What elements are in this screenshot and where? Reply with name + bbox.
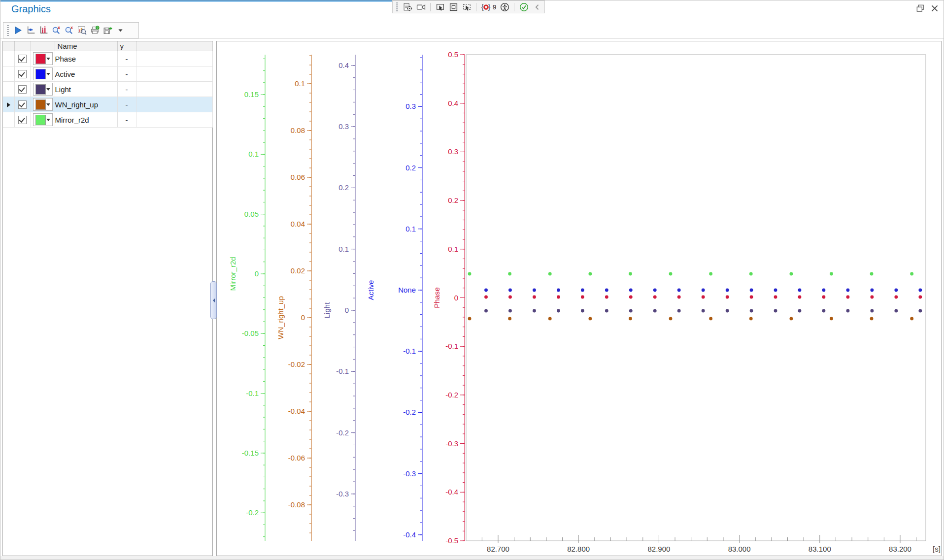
zoom-x-out-icon[interactable] bbox=[51, 26, 61, 35]
color-dropdown[interactable] bbox=[33, 98, 53, 111]
y-tick-label-phase: 0.4 bbox=[448, 99, 458, 107]
visibility-checkbox[interactable] bbox=[18, 70, 27, 78]
y-tick-label-phase: 0.5 bbox=[448, 50, 458, 59]
data-point-Light bbox=[581, 309, 584, 313]
cursor-marquee-icon[interactable] bbox=[462, 2, 472, 12]
y-tick-label-active: -0.1 bbox=[403, 347, 416, 355]
close-icon[interactable] bbox=[930, 3, 940, 13]
column-header[interactable] bbox=[14, 41, 31, 51]
data-point-WN_right_up bbox=[468, 317, 472, 321]
visibility-checkbox[interactable] bbox=[18, 55, 27, 63]
y-tick-label-wn: -0.08 bbox=[288, 500, 305, 509]
data-point-Phase bbox=[581, 296, 584, 299]
y-tick-label-active: -0.3 bbox=[403, 469, 416, 478]
visibility-checkbox[interactable] bbox=[18, 85, 27, 94]
accessibility-icon[interactable] bbox=[500, 2, 509, 12]
color-swatch bbox=[35, 99, 46, 110]
y-tick-label-mirror: -0.05 bbox=[242, 329, 259, 337]
chart-svg[interactable]: 82.70082.80082.90083.00083.10083.200[s]0… bbox=[217, 41, 941, 556]
table-row[interactable]: Phase- bbox=[3, 51, 212, 66]
signal-name: Mirror_r2d bbox=[55, 112, 117, 128]
visibility-checkbox[interactable] bbox=[18, 116, 27, 124]
y-axis-title-phase: Phase bbox=[433, 287, 441, 308]
y-tick-label-active: -0.2 bbox=[403, 408, 416, 416]
window-controls bbox=[915, 3, 940, 13]
pane-splitter[interactable] bbox=[210, 281, 217, 319]
chart-zoom-icon[interactable] bbox=[77, 26, 87, 35]
data-point-Light bbox=[557, 309, 560, 313]
box-select-icon[interactable] bbox=[448, 2, 458, 12]
signal-name: Phase bbox=[55, 51, 117, 66]
data-point-Active bbox=[822, 289, 826, 292]
column-header[interactable] bbox=[31, 41, 55, 51]
chevron-left-icon[interactable] bbox=[532, 2, 542, 12]
color-dropdown[interactable] bbox=[33, 67, 53, 80]
color-dropdown[interactable] bbox=[33, 52, 53, 65]
data-point-Phase bbox=[629, 296, 633, 299]
column-header[interactable] bbox=[3, 41, 14, 51]
visibility-checkbox[interactable] bbox=[18, 100, 27, 109]
y-tick-label-phase: -0.3 bbox=[445, 439, 458, 448]
data-point-Light bbox=[894, 309, 898, 313]
data-point-Light bbox=[533, 309, 536, 313]
y-tick-label-light: -0.1 bbox=[336, 367, 349, 375]
profiler-icon[interactable] bbox=[403, 2, 412, 12]
data-point-Mirror_r2d bbox=[468, 272, 472, 276]
y-tick-label-wn: 0.1 bbox=[295, 79, 305, 88]
restore-icon[interactable] bbox=[915, 3, 925, 13]
data-point-Active bbox=[677, 289, 681, 292]
filler-cell bbox=[136, 112, 212, 128]
filler-cell bbox=[136, 51, 212, 66]
camera-icon[interactable] bbox=[416, 2, 426, 12]
chevron-down-icon bbox=[46, 119, 50, 121]
accent-line bbox=[0, 0, 393, 1]
check-circle-icon[interactable] bbox=[519, 2, 529, 12]
axis-pan-icon[interactable] bbox=[26, 26, 35, 35]
data-point-Active bbox=[894, 289, 898, 292]
errors-badge-icon[interactable] bbox=[481, 2, 491, 12]
zoom-x-in-icon[interactable] bbox=[64, 26, 74, 35]
color-dropdown[interactable] bbox=[33, 113, 53, 126]
table-row[interactable]: Mirror_r2d- bbox=[3, 112, 212, 128]
y-tick-label-wn: -0.04 bbox=[288, 407, 305, 415]
table-row[interactable]: WN_right_up- bbox=[3, 97, 212, 112]
column-header[interactable] bbox=[136, 41, 212, 51]
y-tick-label-phase: 0.1 bbox=[448, 245, 458, 253]
y-tick-label-active: None bbox=[398, 286, 416, 294]
y-tick-label-phase: -0.1 bbox=[445, 342, 458, 350]
signal-name: Active bbox=[55, 66, 117, 82]
table-row[interactable]: Active- bbox=[3, 66, 212, 82]
color-swatch bbox=[35, 115, 46, 125]
y-tick-label-wn: 0.06 bbox=[291, 173, 305, 181]
page-title: Graphics bbox=[11, 3, 51, 15]
print-icon[interactable] bbox=[90, 26, 100, 35]
grip-handle-icon[interactable] bbox=[7, 25, 9, 36]
play-icon[interactable] bbox=[13, 26, 23, 35]
data-point-Phase bbox=[557, 296, 560, 299]
signal-y-value: - bbox=[117, 97, 136, 112]
table-row[interactable]: Light- bbox=[3, 82, 212, 97]
signal-y-value: - bbox=[117, 82, 136, 97]
color-dropdown[interactable] bbox=[33, 83, 53, 96]
y-tick-label-light: 0.4 bbox=[338, 61, 349, 69]
bottom-strip bbox=[0, 556, 944, 560]
data-point-Light bbox=[484, 309, 488, 313]
cursor-select-icon[interactable] bbox=[435, 2, 445, 12]
scope-toolbar bbox=[3, 22, 139, 38]
y-tick-label-mirror: 0.05 bbox=[244, 210, 259, 218]
chevron-down-icon bbox=[46, 58, 50, 60]
y-tick-label-phase: 0 bbox=[454, 294, 458, 302]
grip-handle-icon[interactable] bbox=[396, 2, 398, 11]
y-tick-label-phase: 0.3 bbox=[448, 147, 458, 156]
signal-name: Light bbox=[55, 82, 117, 97]
data-point-Active bbox=[629, 289, 633, 292]
y-tick-label-mirror: 0.1 bbox=[248, 150, 259, 158]
y-axis-title-mirror: Mirror_r2d bbox=[229, 257, 237, 291]
data-point-Phase bbox=[846, 296, 850, 299]
data-point-Phase bbox=[822, 296, 826, 299]
column-header[interactable]: Name bbox=[55, 41, 117, 51]
column-header[interactable]: y bbox=[117, 41, 136, 51]
axis-bars-icon[interactable] bbox=[38, 26, 48, 35]
dropdown-caret-icon[interactable] bbox=[115, 26, 125, 35]
save-export-icon[interactable] bbox=[102, 26, 112, 35]
